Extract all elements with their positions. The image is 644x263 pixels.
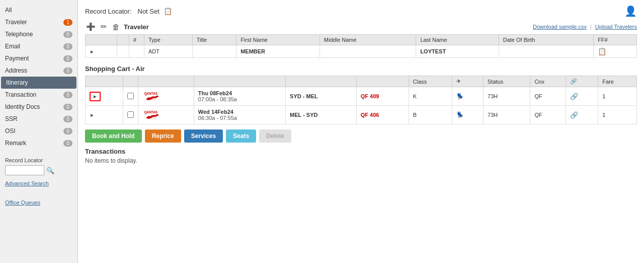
fare-cell: 1	[598, 106, 637, 124]
cnx-cell: QF	[530, 106, 566, 124]
sidebar-item-telephone[interactable]: Telephone0	[0, 28, 77, 40]
cart-checkbox[interactable]	[127, 111, 134, 118]
seat-icon-cell[interactable]: 💺	[452, 87, 484, 106]
traveler-col-6: Middle Name	[319, 35, 416, 45]
expand-arrow[interactable]: ►	[90, 49, 95, 54]
link-icon[interactable]: 🔗	[570, 93, 578, 100]
flight-time: 06:30a - 07:55a	[198, 115, 237, 121]
status-cell: 73H	[484, 87, 530, 106]
header-row: Record Locator: Not Set 📋 👤	[85, 5, 637, 17]
traveler-col-8: Date Of Birth	[499, 35, 594, 45]
delete-traveler-button[interactable]: 🗑	[111, 23, 121, 31]
record-locator-search-button[interactable]: 🔍	[46, 167, 54, 174]
col-status: Status	[484, 76, 530, 87]
advanced-search-link[interactable]: Advanced Search	[0, 179, 77, 187]
cart-checkbox-cell[interactable]	[123, 87, 138, 106]
add-traveler-button[interactable]: ➕	[85, 22, 97, 31]
download-sample-link[interactable]: Download sample.csv	[533, 24, 587, 30]
record-locator-input[interactable]	[5, 165, 44, 175]
record-locator-value: Not Set	[138, 8, 159, 15]
sidebar-item-itinerary[interactable]: Itinerary	[1, 77, 76, 89]
sidebar-item-ssr[interactable]: SSR0	[0, 113, 77, 125]
seats-button[interactable]: Seats	[226, 129, 256, 143]
traveler-col-1	[117, 35, 129, 45]
sidebar-item-osi[interactable]: OSI0	[0, 125, 77, 137]
sidebar-item-identity-docs[interactable]: Identity Docs0	[0, 101, 77, 113]
flight-date: Wed 14Feb24	[198, 109, 233, 115]
cart-checkbox-cell[interactable]	[123, 106, 138, 124]
col-route	[286, 76, 357, 87]
reprice-button[interactable]: Reprice	[145, 129, 181, 143]
status-cell: 73H	[484, 106, 530, 124]
expand-arrow-highlighted[interactable]: ►	[90, 92, 101, 101]
book-hold-button[interactable]: Book and Hold	[85, 129, 142, 143]
col-class: Class	[409, 76, 452, 87]
cart-expand-cell[interactable]: ►	[86, 87, 123, 106]
sidebar-badge-remark: 0	[63, 140, 72, 147]
traveler-cell-0: ADT	[144, 45, 192, 58]
sidebar-badge-telephone: 0	[63, 31, 72, 38]
copy-icon[interactable]: 📋	[164, 7, 172, 15]
row-num	[129, 45, 144, 58]
checkbox-cell[interactable]	[117, 45, 129, 58]
col-flightcode	[356, 76, 409, 87]
cnx-cell: QF	[530, 87, 566, 106]
sidebar-item-transaction[interactable]: Transaction0	[0, 89, 77, 101]
sidebar-item-remark[interactable]: Remark0	[0, 137, 77, 149]
sidebar-item-all[interactable]: All	[0, 4, 77, 16]
sidebar-item-label-address: Address	[5, 67, 27, 74]
cart-expand-cell[interactable]: ►	[86, 106, 123, 124]
link-cell[interactable]: 🔗	[566, 87, 598, 106]
traveler-cell-5	[499, 45, 594, 58]
traveler-cell-4: LOYTEST	[416, 45, 499, 58]
record-locator-sidebar-label: Record Locator	[5, 157, 72, 163]
expand-cell[interactable]: ►	[86, 45, 117, 58]
sidebar-badge-payment: 0	[63, 55, 72, 62]
sidebar: AllTraveler1Telephone0Email0Payment0Addr…	[0, 0, 78, 263]
record-locator-section: Record Locator 🔍	[0, 153, 77, 179]
class-cell: B	[409, 106, 452, 124]
sidebar-item-label-itinerary: Itinerary	[6, 79, 28, 86]
edit-traveler-button[interactable]: ✏	[100, 22, 108, 31]
sidebar-item-payment[interactable]: Payment0	[0, 52, 77, 64]
flight-date-cell: Thu 08Feb2407:00a - 08:35a	[194, 87, 285, 106]
traveler-cell-2: MEMBER	[236, 45, 320, 58]
sidebar-item-traveler[interactable]: Traveler1	[0, 16, 77, 28]
services-button[interactable]: Services	[184, 129, 223, 143]
flight-code: QF 409	[361, 93, 379, 99]
svg-text:QANTAS: QANTAS	[144, 110, 157, 114]
seat-icon[interactable]: 💺	[456, 93, 464, 100]
sidebar-item-email[interactable]: Email0	[0, 40, 77, 52]
sidebar-badge-identity-docs: 0	[63, 104, 72, 110]
link-cell[interactable]: 🔗	[566, 106, 598, 124]
expand-arrow[interactable]: ►	[90, 112, 95, 118]
sidebar-item-address[interactable]: Address0	[0, 64, 77, 77]
upload-travelers-link[interactable]: Upload Travelers	[595, 24, 637, 30]
cart-checkbox[interactable]	[127, 93, 134, 99]
col-link: 🔗	[566, 76, 598, 87]
sidebar-badge-osi: 0	[63, 128, 72, 135]
flight-code-cell: QF 409	[356, 87, 409, 106]
traveler-col-4: Title	[192, 35, 236, 45]
airline-logo-cell: QANTAS	[138, 87, 194, 106]
flight-time: 07:00a - 08:35a	[198, 96, 237, 102]
shopping-cart-table: Class ✈ Status Cnx 🔗 Fare ► QANTAS Thu 0…	[85, 76, 637, 124]
sidebar-item-label-all: All	[5, 7, 12, 14]
seat-icon[interactable]: 💺	[456, 111, 464, 118]
seat-icon-cell[interactable]: 💺	[452, 106, 484, 124]
sidebar-item-label-traveler: Traveler	[5, 19, 27, 26]
office-queues-link[interactable]: Office Queues	[0, 199, 77, 207]
class-cell: K	[409, 87, 452, 106]
link-icon[interactable]: 🔗	[570, 111, 578, 119]
user-icon[interactable]: 👤	[624, 5, 637, 17]
col-airline	[138, 76, 194, 87]
traveler-cell-3	[319, 45, 416, 58]
sidebar-badge-address: 0	[63, 68, 72, 74]
id-doc-icon[interactable]: 📋	[598, 47, 606, 55]
pipe-separator: |	[590, 24, 592, 30]
airline-logo-cell: QANTAS	[138, 106, 194, 124]
flight-code: QF 406	[361, 112, 379, 118]
traveler-section-header: ➕ ✏ 🗑 Traveler Download sample.csv | Upl…	[85, 22, 637, 31]
qantas-logo: QANTAS	[142, 89, 163, 102]
route-cell: SYD - MEL	[286, 87, 357, 106]
